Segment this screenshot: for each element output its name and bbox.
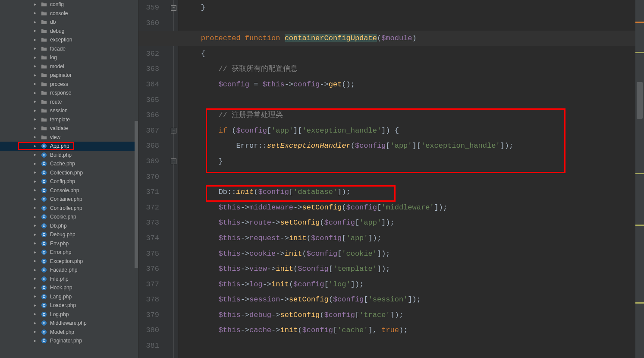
tree-folder[interactable]: console [0,9,138,18]
tree-file[interactable]: CApp.php [0,142,138,151]
expand-icon[interactable] [34,215,38,219]
expand-icon[interactable] [34,3,38,6]
expand-icon[interactable] [34,286,38,289]
php-file-icon: C [41,213,47,220]
tree-folder[interactable]: route [0,98,138,107]
tree-file[interactable]: CException.php [0,257,138,266]
tree-file[interactable]: CModel.php [0,328,138,337]
tree-file[interactable]: CHook.php [0,283,138,292]
expand-icon[interactable] [34,260,38,263]
tree-file[interactable]: CError.php [0,248,138,257]
expand-icon[interactable] [34,82,38,86]
scrollbar-thumb[interactable] [637,82,643,119]
expand-icon[interactable] [34,171,38,174]
folder-icon [41,98,47,105]
expand-icon[interactable] [34,313,38,316]
fold-end-icon[interactable]: – [171,158,176,164]
expand-icon[interactable] [34,162,38,165]
tree-file[interactable]: CCookie.php [0,212,138,222]
tree-folder[interactable]: template [0,115,138,124]
tree-file[interactable]: CLang.php [0,292,138,301]
tree-file[interactable]: CMiddleware.php [0,319,138,328]
tree-file[interactable]: CFacade.php [0,266,138,275]
tree-file[interactable]: CLoader.php [0,301,138,310]
expand-icon[interactable] [34,153,38,156]
expand-icon[interactable] [34,233,38,236]
fold-end-icon[interactable]: – [171,5,176,11]
expand-icon[interactable] [34,295,38,298]
svg-text:C: C [43,303,46,307]
expand-icon[interactable] [34,339,38,342]
tree-file[interactable]: CCache.php [0,159,138,168]
tree-folder[interactable]: view [0,133,138,142]
tree-file[interactable]: CLog.php [0,310,138,319]
editor-scrollbar[interactable] [635,0,644,358]
line-number: 377 [138,277,159,292]
expand-icon[interactable] [34,38,38,41]
code-area[interactable]: } protected function containerConfigUpda… [178,0,635,358]
expand-icon[interactable] [34,330,38,333]
tree-file[interactable]: CController.php [0,204,138,213]
tree-file[interactable]: CFile.php [0,275,138,284]
svg-text:C: C [43,329,46,334]
expand-icon[interactable] [34,180,38,183]
expand-icon[interactable] [34,127,38,130]
tree-folder[interactable]: session [0,106,138,115]
tree-folder[interactable]: log [0,53,138,62]
fold-start-icon[interactable]: – [171,128,176,133]
expand-icon[interactable] [34,145,38,148]
expand-icon[interactable] [34,65,38,68]
tree-folder[interactable]: paginator [0,71,138,80]
expand-icon[interactable] [34,304,38,307]
tree-folder[interactable]: model [0,62,138,71]
php-file-icon: C [41,276,47,282]
tree-file[interactable]: CConfig.php [0,177,138,186]
expand-icon[interactable] [34,269,38,272]
expand-icon[interactable] [34,118,38,121]
tree-file[interactable]: CDb.php [0,222,138,231]
tree-folder[interactable]: debug [0,27,138,36]
expand-icon[interactable] [34,92,38,95]
expand-icon[interactable] [34,189,38,192]
tree-file[interactable]: CConsole.php [0,186,138,195]
tree-label: template [50,117,70,123]
tree-label: paginator [50,72,72,78]
expand-icon[interactable] [34,198,38,201]
tree-folder[interactable]: validate [0,124,138,133]
expand-icon[interactable] [34,242,38,245]
expand-icon[interactable] [34,74,38,77]
expand-icon[interactable] [34,100,38,103]
tree-folder[interactable]: db [0,18,138,27]
tree-folder[interactable]: response [0,89,138,98]
tree-folder[interactable]: process [0,80,138,89]
tree-file[interactable]: CBuild.php [0,151,138,160]
folder-icon [41,81,47,88]
tree-file[interactable]: CDebug.php [0,230,138,239]
expand-icon[interactable] [34,251,38,254]
tree-file[interactable]: CContainer.php [0,195,138,204]
fold-column[interactable]: – – – – [170,0,178,358]
expand-icon[interactable] [34,47,38,50]
expand-icon[interactable] [34,29,38,32]
tree-file[interactable]: CPaginator.php [0,336,138,345]
tree-file[interactable]: CCollection.php [0,168,138,177]
expand-icon[interactable] [34,12,38,15]
line-number-gutter: 3593603613623633643653663673683693703713… [138,0,170,358]
expand-icon[interactable] [34,277,38,280]
project-tree-sidebar[interactable]: configconsoledbdebugexceptionfacadelogmo… [0,0,138,358]
expand-icon[interactable] [34,206,38,209]
tree-folder[interactable]: config [0,0,138,9]
tree-folder[interactable]: exception [0,35,138,44]
line-number: 370 [138,169,159,185]
tree-folder[interactable]: facade [0,44,138,54]
sidebar-scrollbar[interactable] [135,121,138,268]
tree-file[interactable]: CEnv.php [0,239,138,248]
expand-icon[interactable] [34,224,38,227]
expand-icon[interactable] [34,109,38,112]
expand-icon[interactable] [34,56,38,59]
expand-icon[interactable] [34,322,38,325]
expand-icon[interactable] [34,136,38,139]
code-editor[interactable]: 3593603613623633643653663673683693703713… [138,0,644,358]
expand-icon[interactable] [34,21,38,24]
php-file-icon: C [41,205,47,212]
